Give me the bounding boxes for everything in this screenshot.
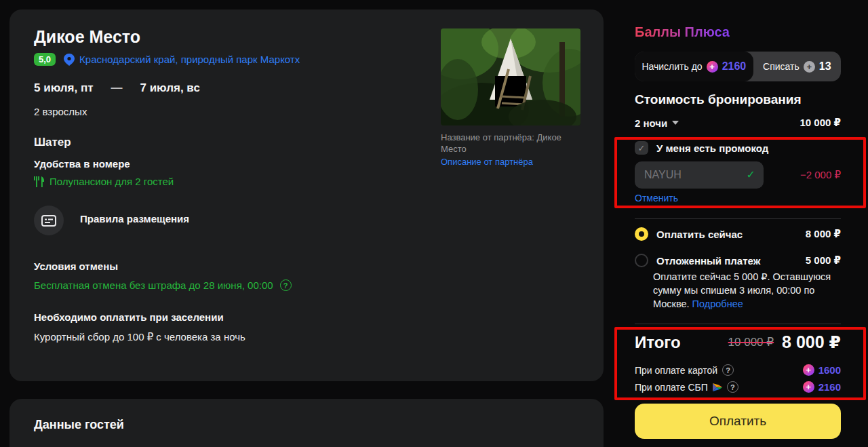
card-points-value: 1600: [818, 364, 841, 376]
pay-button[interactable]: Оплатить: [635, 404, 841, 439]
hotel-photo[interactable]: [441, 28, 580, 125]
deferred-price: 5 000 ₽: [806, 254, 841, 267]
amenities-title: Удобства в номере: [34, 158, 130, 170]
sbp-help-icon[interactable]: ?: [727, 381, 738, 393]
rating-badge: 5,0: [34, 53, 56, 66]
sbp-points-value: 2160: [818, 381, 841, 393]
card-help-icon[interactable]: ?: [722, 364, 734, 376]
deferred-more-link[interactable]: Подробнее: [692, 298, 743, 309]
promo-valid-check-icon: ✓: [747, 168, 755, 181]
location-label: Краснодарский край, природный парк Марко…: [79, 54, 300, 65]
plus-badge-icon: +: [707, 61, 718, 73]
booking-cost-title: Стоимость бронирования: [635, 92, 802, 107]
room-type: Шатер: [34, 136, 71, 149]
date-separator: —: [111, 81, 122, 95]
nights-dropdown[interactable]: 2 ночи: [635, 117, 679, 129]
rules-card-icon: [41, 215, 56, 227]
pay-on-checkin-text: Курортный сбор до 100 ₽ с человека за но…: [34, 331, 245, 343]
promo-cancel-link[interactable]: Отменить: [635, 193, 678, 203]
tab-spend-label: Списать: [763, 61, 800, 72]
meal-label: Полупансион для 2 гостей: [50, 176, 174, 187]
radio-deferred-payment[interactable]: [635, 254, 648, 267]
plus-tabs: Начислить до + 2160 Списать + 13: [635, 52, 841, 81]
tab-earn-label: Начислить до: [642, 61, 702, 72]
total-price: 8 000 ₽: [782, 332, 841, 352]
total-label: Итого: [635, 333, 681, 352]
booking-sidebar: Баллы Плюса Начислить до + 2160 Списать …: [635, 0, 841, 447]
cancellation-text: Бесплатная отмена без штрафа до 28 июня,…: [34, 279, 273, 291]
cancellation-help-icon[interactable]: ?: [280, 279, 292, 291]
plus-badge-icon: +: [803, 364, 814, 376]
divider: [635, 324, 841, 324]
total-old-price: 10 000 ₽: [728, 335, 774, 349]
promo-code-input[interactable]: [635, 161, 764, 189]
partner-description-link[interactable]: Описание от партнёра: [441, 157, 533, 167]
tab-earn-value: 2160: [722, 60, 747, 73]
tab-earn-points[interactable]: Начислить до + 2160: [635, 52, 753, 81]
rules-icon-circle[interactable]: [34, 206, 64, 235]
guest-data-title: Данные гостей: [34, 418, 124, 432]
rules-label[interactable]: Правила размещения: [80, 213, 189, 225]
plus-points-title: Баллы Плюса: [635, 24, 730, 40]
nights-price: 10 000 ₽: [800, 117, 841, 129]
sbp-payment-label: При оплате СБП: [635, 382, 708, 393]
tab-spend-value: 13: [819, 60, 831, 73]
promo-discount: −2 000 ₽: [800, 169, 841, 181]
guest-data-card: Данные гостей: [9, 399, 604, 447]
date-to: 7 июля, вс: [140, 81, 199, 95]
deferred-label: Отложенный платеж: [656, 255, 760, 267]
promo-checkbox-label: У меня есть промокод: [656, 142, 768, 154]
hotel-summary-card: Дикое Место 5,0 Краснодарский край, прир…: [9, 9, 604, 381]
meal-icon: [34, 176, 44, 187]
pay-now-price: 8 000 ₽: [806, 228, 841, 240]
plus-badge-icon: +: [803, 381, 814, 393]
nights-label: 2 ночи: [635, 117, 667, 129]
hotel-title: Дикое Место: [34, 27, 140, 47]
tab-spend-points[interactable]: Списать + 13: [753, 52, 841, 81]
chevron-down-icon: [672, 121, 679, 125]
sbp-icon: [713, 382, 722, 393]
promo-checkbox[interactable]: ✓: [635, 141, 648, 155]
photo-caption: Название от партнёра: Дикое Место: [441, 132, 580, 155]
date-from: 5 июля, пт: [34, 81, 93, 95]
location-pin-icon: [64, 54, 75, 66]
plus-badge-gray-icon: +: [804, 61, 815, 73]
guests-count: 2 взрослых: [34, 106, 87, 117]
cancellation-title: Условия отмены: [34, 260, 118, 272]
location-link[interactable]: Краснодарский край, природный парк Марко…: [64, 54, 300, 66]
card-payment-label: При оплате картой: [635, 365, 717, 376]
radio-pay-now[interactable]: [635, 227, 648, 241]
pay-now-label: Оплатить сейчас: [656, 229, 743, 240]
pay-on-checkin-title: Необходимо оплатить при заселении: [34, 311, 224, 323]
divider: [635, 218, 841, 219]
